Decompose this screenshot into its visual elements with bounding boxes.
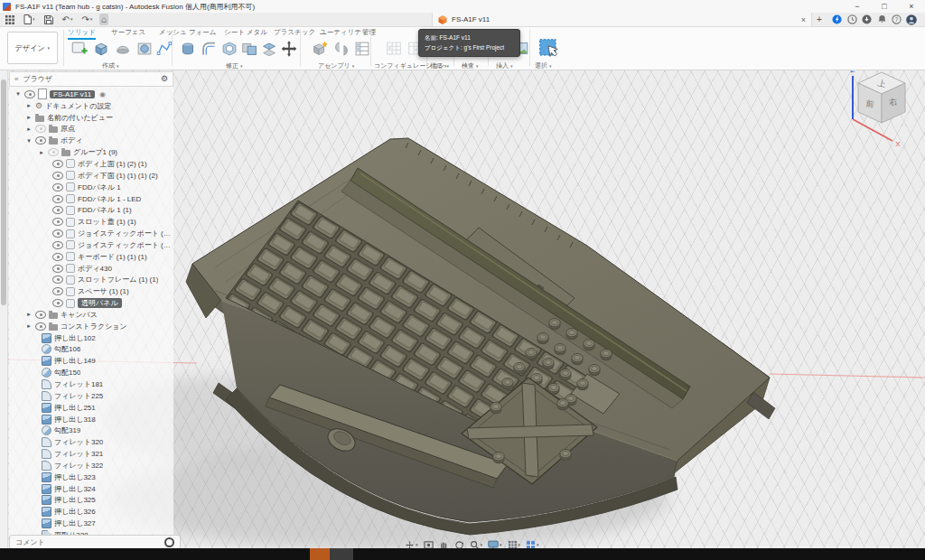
- create-sketch-button[interactable]: [69, 38, 90, 60]
- tree-feature[interactable]: フィレット322: [9, 460, 173, 471]
- browser-settings-icon[interactable]: ⚙: [161, 75, 168, 83]
- visibility-eye-icon[interactable]: [35, 322, 46, 331]
- tree-node[interactable]: ボディ下面 (1) (1) (1) (2): [9, 170, 173, 182]
- fillet-button[interactable]: [198, 38, 220, 60]
- visibility-eye-icon[interactable]: [52, 172, 63, 180]
- tree-node[interactable]: ▾ボディ: [9, 135, 173, 146]
- visibility-eye-icon[interactable]: [52, 195, 63, 203]
- press-pull-button[interactable]: [177, 38, 199, 60]
- notifications-button[interactable]: [876, 14, 887, 25]
- visibility-eye-icon[interactable]: [35, 311, 46, 319]
- tree-node[interactable]: スロット蓋 (1) (1): [9, 216, 173, 228]
- tree-feature[interactable]: フィレット320: [9, 436, 173, 448]
- group-inspect[interactable]: 検査 ▾: [462, 61, 478, 70]
- document-tab[interactable]: FS-A1F v11 ×: [432, 13, 812, 26]
- tree-feature[interactable]: 押し出し326: [9, 506, 173, 518]
- new-tab-button[interactable]: +: [812, 13, 827, 26]
- tree-feature[interactable]: 勾配150: [9, 367, 173, 378]
- tree-node[interactable]: FDDパネル 1: [9, 182, 173, 193]
- expand-icon[interactable]: ▸: [25, 311, 33, 318]
- tree-root[interactable]: ▾FS-A1F v11◉: [9, 89, 173, 100]
- visibility-eye-icon[interactable]: [52, 218, 63, 226]
- move-copy-button[interactable]: [278, 38, 300, 60]
- job-status-button[interactable]: [846, 14, 857, 25]
- expand-icon[interactable]: ▸: [25, 126, 33, 133]
- visibility-eye-icon[interactable]: [52, 183, 63, 191]
- minimize-button[interactable]: −: [844, 0, 871, 13]
- joint-origin-button[interactable]: [351, 38, 373, 60]
- visibility-eye-icon[interactable]: [52, 160, 63, 168]
- visibility-eye-icon[interactable]: [48, 148, 59, 156]
- scrollbar-thumb[interactable]: [1, 79, 6, 305]
- expand-icon[interactable]: ▸: [38, 149, 45, 156]
- tab-mesh[interactable]: メッシュ: [159, 28, 187, 37]
- tree-feature[interactable]: 勾配106: [9, 344, 173, 356]
- tree-feature[interactable]: 押し出し149: [9, 355, 173, 367]
- tree-feature[interactable]: フィレット321: [9, 448, 173, 460]
- tree-node[interactable]: スロットフレーム (1) (1): [9, 275, 173, 286]
- collapse-browser-icon[interactable]: «: [14, 75, 18, 83]
- tab-utility[interactable]: ユーティリティ: [320, 28, 369, 37]
- tree-node[interactable]: キーボード (1) (1) (1): [9, 251, 173, 263]
- close-tab-icon[interactable]: ×: [796, 15, 811, 24]
- group-assemble[interactable]: アセンブリ ▾: [318, 61, 354, 70]
- group-insert[interactable]: 挿入 ▾: [496, 61, 512, 70]
- tree-node[interactable]: ボディ上面 (1) (2) (1): [9, 158, 173, 170]
- app-grid-button[interactable]: [4, 14, 16, 25]
- visibility-eye-icon[interactable]: [52, 206, 63, 214]
- offset-face-button[interactable]: [258, 38, 280, 60]
- activate-icon[interactable]: ◉: [99, 90, 106, 98]
- tree-feature[interactable]: フィレット181: [9, 378, 173, 390]
- tab-sheetmetal[interactable]: シート メタル: [224, 28, 267, 37]
- expand-icon[interactable]: ▸: [25, 102, 33, 109]
- shell-button[interactable]: [219, 38, 240, 60]
- sync-status-button[interactable]: [861, 14, 872, 25]
- group-create[interactable]: 作成 ▾: [102, 61, 118, 70]
- tree-node-selected[interactable]: 透明パネル: [9, 297, 173, 309]
- view-cube[interactable]: Z X 上 前 右: [833, 61, 925, 152]
- expand-icon[interactable]: ▸: [25, 114, 33, 121]
- tree-feature[interactable]: 押し出し251: [9, 402, 173, 414]
- tree-node[interactable]: ▸コンストラクション: [9, 321, 173, 332]
- tree-node[interactable]: ボディ430: [9, 263, 173, 275]
- new-component-button[interactable]: [309, 38, 331, 60]
- visibility-eye-icon[interactable]: [52, 229, 63, 238]
- group-construct[interactable]: 構築 ▾: [430, 61, 446, 70]
- comment-icon[interactable]: [164, 537, 174, 547]
- redo-button[interactable]: ↷▾: [79, 14, 94, 25]
- root-label[interactable]: FS-A1F v11: [50, 90, 95, 98]
- visibility-eye-icon[interactable]: [24, 90, 35, 98]
- save-button[interactable]: [42, 14, 55, 25]
- tab-plastic[interactable]: プラスチック: [274, 28, 315, 37]
- tree-node[interactable]: ▸名前の付いたビュー: [9, 112, 173, 124]
- workspace-selector[interactable]: デザイン ▾: [7, 32, 58, 64]
- tree-node[interactable]: ジョイスティックポート (1) (1) (1) (1...: [9, 239, 173, 251]
- visibility-eye-icon[interactable]: [52, 287, 63, 295]
- close-button[interactable]: ×: [898, 0, 925, 13]
- view-cube-faces[interactable]: 上 前 右: [858, 72, 905, 123]
- tree-feature[interactable]: 押し出し323: [9, 471, 173, 483]
- undo-button[interactable]: ↶▾: [61, 14, 75, 25]
- file-menu-button[interactable]: ▾: [22, 14, 37, 25]
- tree-node[interactable]: ▸原点: [9, 124, 173, 135]
- visibility-eye-icon[interactable]: [35, 125, 46, 133]
- extensions-button[interactable]: [831, 14, 842, 25]
- tree-node[interactable]: スペーサ (1) (1): [9, 285, 173, 297]
- tree-feature[interactable]: 押し出し324: [9, 483, 173, 495]
- expand-icon[interactable]: ▾: [14, 90, 22, 98]
- visibility-eye-icon[interactable]: [52, 299, 63, 307]
- maximize-button[interactable]: □: [871, 0, 898, 13]
- tree-feature[interactable]: 押し出し325: [9, 495, 173, 507]
- comment-bar[interactable]: コメント: [9, 535, 181, 549]
- tree-node[interactable]: ジョイスティックポート (1) (1) (1) (1): [9, 228, 173, 239]
- visibility-eye-icon[interactable]: [52, 253, 63, 261]
- visibility-eye-icon[interactable]: [52, 241, 63, 249]
- configure-button[interactable]: [383, 38, 405, 60]
- home-view-button[interactable]: ⌂: [99, 14, 108, 25]
- tab-form[interactable]: フォーム: [189, 28, 217, 37]
- tree-feature[interactable]: フィレット225: [9, 390, 173, 402]
- revolve-button[interactable]: [112, 38, 134, 60]
- joint-button[interactable]: [331, 38, 352, 60]
- visibility-eye-icon[interactable]: [35, 136, 46, 145]
- visibility-eye-icon[interactable]: [52, 265, 63, 273]
